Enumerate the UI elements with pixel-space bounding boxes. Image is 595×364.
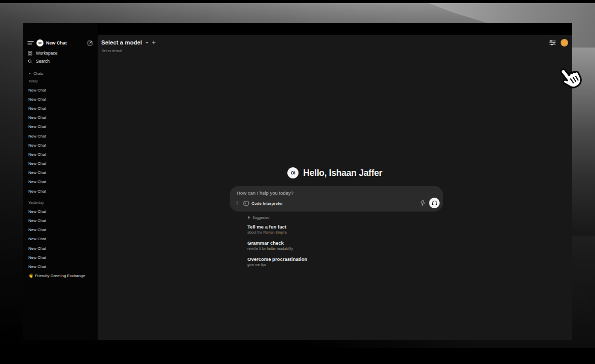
wallpaper-shape bbox=[572, 48, 595, 236]
chat-list-item[interactable]: New Chat bbox=[23, 141, 98, 150]
app-window: OI New Chat Workspace bbox=[23, 23, 572, 340]
code-interpreter-label: Code Interpreter bbox=[251, 201, 283, 206]
suggested-section: Suggested Tell me a fun fact about the R… bbox=[247, 215, 307, 272]
chat-list-item[interactable]: New Chat bbox=[23, 85, 98, 95]
set-as-default-link[interactable]: Set as default bbox=[102, 49, 122, 53]
suggestion-title: Overcome procrastination bbox=[247, 256, 307, 262]
suggested-label: Suggested bbox=[252, 216, 269, 219]
suggestion-item[interactable]: Tell me a fun fact about the Roman Empir… bbox=[247, 223, 307, 235]
chat-list-item[interactable]: New Chat bbox=[23, 104, 98, 113]
main-area: Select a model Set as default OI Hello, … bbox=[98, 35, 572, 340]
headphones-icon bbox=[432, 200, 438, 206]
chat-list-item[interactable]: New Chat bbox=[23, 131, 98, 141]
window-top-strip bbox=[23, 23, 572, 35]
sidebar-header: OI New Chat bbox=[23, 38, 98, 48]
chat-list-today: New ChatNew ChatNew ChatNew ChatNew Chat… bbox=[23, 85, 98, 196]
bolt-icon bbox=[247, 215, 250, 219]
greeting-text: Hello, Ishaan Jaffer bbox=[303, 168, 382, 178]
topbar-right-controls bbox=[549, 39, 568, 47]
openwebui-logo-icon: OI bbox=[287, 167, 299, 178]
workspace-label: Workspace bbox=[36, 51, 57, 56]
composer-toolbar: Code Interpreter bbox=[230, 198, 443, 209]
search-icon bbox=[28, 59, 32, 64]
chat-group-label-today: Today bbox=[23, 79, 98, 84]
chat-list-item[interactable]: New Chat bbox=[23, 150, 98, 159]
suggestion-item[interactable]: Overcome procrastination give me tips bbox=[247, 256, 307, 267]
openwebui-logo-icon: OI bbox=[36, 39, 44, 47]
chat-list-item[interactable]: New Chat bbox=[23, 177, 98, 187]
suggestion-subtitle: give me tips bbox=[247, 262, 307, 267]
attach-plus-icon[interactable] bbox=[234, 200, 240, 206]
chat-list-item-named[interactable]: 👋 Friendly Greeting Exchange bbox=[23, 271, 98, 281]
sidebar-item-search[interactable]: Search bbox=[23, 57, 98, 65]
chat-list-item[interactable]: New Chat bbox=[23, 262, 98, 271]
new-chat-pencil-icon[interactable] bbox=[87, 40, 93, 46]
sidebar: OI New Chat Workspace bbox=[23, 23, 98, 340]
chat-list-item[interactable]: New Chat bbox=[23, 122, 98, 131]
wave-emoji: 👋 bbox=[28, 274, 33, 278]
model-selector[interactable]: Select a model bbox=[101, 39, 156, 46]
chat-list-item[interactable]: New Chat bbox=[23, 253, 98, 262]
suggestion-subtitle: about the Roman Empire bbox=[247, 230, 307, 235]
chats-section-toggle[interactable]: Chats bbox=[23, 70, 98, 76]
greeting: OI Hello, Ishaan Jaffer bbox=[98, 167, 572, 178]
voice-call-button[interactable] bbox=[429, 198, 440, 208]
named-chat-label: Friendly Greeting Exchange bbox=[35, 274, 85, 278]
suggestion-title: Grammar check bbox=[247, 240, 307, 246]
chat-list-item[interactable]: New Chat bbox=[23, 225, 98, 235]
suggestion-subtitle: rewrite it for better readability bbox=[247, 246, 307, 251]
chat-list-item[interactable]: New Chat bbox=[23, 244, 98, 253]
chat-list-item[interactable]: New Chat bbox=[23, 159, 98, 168]
user-avatar[interactable] bbox=[561, 39, 568, 47]
suggested-header: Suggested bbox=[247, 215, 307, 220]
sidebar-item-workspace[interactable]: Workspace bbox=[23, 49, 98, 57]
chats-label: Chats bbox=[33, 71, 44, 76]
model-selector-label: Select a model bbox=[101, 39, 142, 46]
chat-group-label-yesterday: Yesterday bbox=[23, 200, 98, 205]
chat-controls-sliders-icon[interactable] bbox=[549, 40, 556, 46]
message-input[interactable] bbox=[236, 190, 390, 196]
chat-list-item[interactable]: New Chat bbox=[23, 235, 98, 244]
code-interpreter-toggle[interactable]: Code Interpreter bbox=[243, 199, 283, 207]
search-label: Search bbox=[36, 59, 50, 64]
grid-icon bbox=[28, 51, 32, 56]
chevron-down-icon bbox=[145, 41, 149, 44]
chat-list-item[interactable]: New Chat bbox=[23, 113, 98, 122]
chat-list-yesterday: New ChatNew ChatNew ChatNew ChatNew Chat… bbox=[23, 207, 98, 271]
hamburger-menu-icon[interactable] bbox=[27, 40, 34, 46]
chat-list-item[interactable]: New Chat bbox=[23, 168, 98, 177]
message-composer: Code Interpreter bbox=[230, 186, 443, 211]
chat-list-item[interactable]: New Chat bbox=[23, 207, 98, 216]
suggestion-item[interactable]: Grammar check rewrite it for better read… bbox=[247, 240, 307, 251]
suggestion-title: Tell me a fun fact bbox=[247, 223, 307, 230]
sidebar-title: New Chat bbox=[46, 40, 84, 46]
suggestion-list: Tell me a fun fact about the Roman Empir… bbox=[247, 223, 307, 267]
chat-list-item[interactable]: New Chat bbox=[23, 216, 98, 225]
chevron-down-icon bbox=[28, 72, 31, 74]
mic-icon[interactable] bbox=[420, 200, 425, 206]
chat-list-item[interactable]: New Chat bbox=[23, 187, 98, 196]
add-model-plus-icon[interactable] bbox=[152, 40, 156, 44]
chat-list-item[interactable]: New Chat bbox=[23, 95, 98, 104]
